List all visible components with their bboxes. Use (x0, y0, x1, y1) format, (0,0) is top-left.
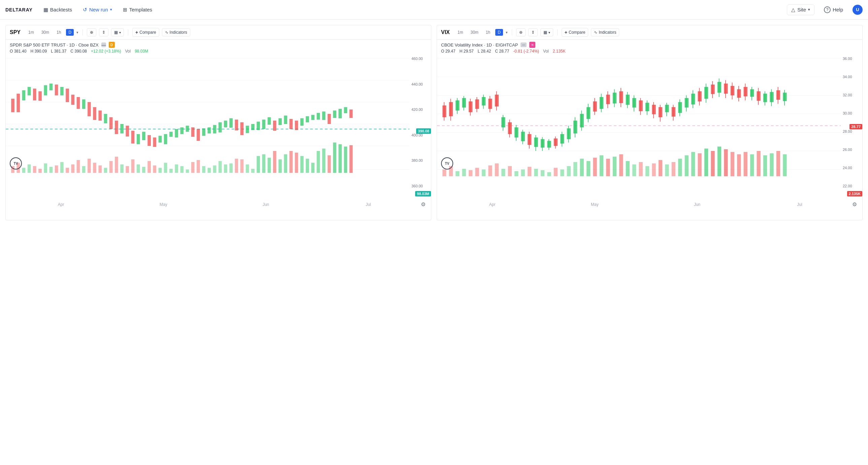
svg-rect-80 (66, 168, 69, 173)
vix-compare-btn[interactable]: + Compare (562, 28, 589, 37)
spy-price-440: 440.00 (411, 82, 429, 86)
spy-current-vol-tag: 98.03M (415, 191, 431, 197)
svg-rect-82 (77, 160, 80, 173)
svg-rect-84 (88, 159, 91, 173)
spy-close: C 390.08 (70, 49, 87, 54)
svg-rect-289 (717, 147, 721, 176)
svg-rect-280 (658, 160, 662, 176)
svg-rect-13 (44, 85, 47, 95)
vix-indicators-btn[interactable]: ∿ Indicators (591, 28, 619, 36)
vix-settings-btn[interactable]: ⚙ (851, 201, 858, 208)
svg-rect-123 (300, 156, 304, 173)
vix-chart-area: 36.00 34.00 32.00 30.00 28.00 26.00 24.0… (437, 55, 862, 190)
svg-rect-37 (175, 129, 178, 138)
vix-time-chevron[interactable]: ▾ (506, 30, 508, 35)
spy-ohlcv: O 381.40 H 390.09 L 381.37 C 390.08 +12.… (10, 49, 427, 54)
spy-charttype-btn[interactable]: ▦ ▾ (111, 28, 124, 36)
vix-badge: ≈ (529, 42, 535, 48)
svg-rect-132 (349, 145, 353, 173)
vix-ohlcv: O 29.47 H 29.57 L 28.42 C 28.77 -0.81 (-… (441, 49, 858, 54)
svg-rect-117 (268, 158, 271, 173)
templates-icon: ⊞ (123, 7, 127, 13)
vix-symbol: VIX (441, 29, 450, 35)
svg-rect-46 (224, 121, 227, 127)
app-header: DELTARAY ▦ Backtests ↺ New run ▾ ⊞ Templ… (0, 0, 868, 20)
svg-rect-45 (218, 122, 222, 133)
spy-crosshair-btn[interactable]: ⊕ (87, 28, 96, 36)
svg-rect-263 (547, 172, 551, 176)
backtests-nav[interactable]: ▦ Backtests (39, 5, 76, 15)
svg-rect-157 (495, 95, 499, 107)
vix-vol-value: 2.135K (553, 49, 566, 54)
svg-rect-131 (344, 147, 347, 173)
spy-indicators-btn[interactable]: ∿ Indicators (162, 28, 190, 36)
svg-rect-288 (711, 151, 714, 176)
vix-time-30m[interactable]: 30m (468, 29, 480, 36)
user-avatar[interactable]: U (852, 5, 863, 15)
main-content: SPY 1m 30m 1h D ▾ ⊕ ⇕ ▦ ▾ + Compare ∿ (0, 20, 868, 226)
svg-rect-255 (495, 164, 499, 176)
logo: DELTARAY (5, 7, 33, 12)
svg-rect-187 (593, 101, 597, 112)
svg-rect-94 (142, 167, 146, 173)
svg-rect-38 (180, 127, 184, 134)
spy-compare-btn[interactable]: + Compare (132, 28, 159, 37)
spy-price-460: 460.00 (411, 57, 429, 61)
svg-rect-271 (600, 155, 603, 176)
svg-rect-100 (175, 165, 178, 173)
svg-rect-116 (262, 154, 266, 173)
spy-time-chevron[interactable]: ▾ (76, 30, 79, 35)
vix-price-24: 24.00 (843, 166, 860, 170)
spy-time-30m[interactable]: 30m (39, 29, 52, 36)
svg-rect-17 (66, 89, 69, 102)
svg-rect-130 (338, 144, 342, 173)
vix-scale-btn[interactable]: ⇕ (528, 28, 538, 36)
svg-rect-49 (240, 122, 244, 135)
svg-rect-72 (22, 168, 26, 173)
vix-time-1m[interactable]: 1m (455, 29, 466, 36)
spy-time-1h[interactable]: 1h (54, 29, 63, 36)
svg-rect-67 (338, 109, 342, 118)
vix-chart-container: VIX 1m 30m 1h D ▾ ⊕ ⇕ ▦ ▾ + Compare ∿ (437, 25, 863, 221)
svg-rect-12 (38, 91, 42, 101)
vix-chart-svg (437, 55, 841, 190)
vix-current-price-tag: 28.77 (849, 124, 862, 129)
vix-time-d[interactable]: D (495, 29, 503, 36)
spy-scale-btn[interactable]: ⇕ (99, 28, 108, 36)
svg-rect-23 (98, 111, 102, 121)
spy-time-1m[interactable]: 1m (26, 29, 36, 36)
svg-rect-250 (462, 169, 466, 176)
svg-rect-153 (482, 97, 486, 106)
vix-chart-type-icon: ▦ (544, 30, 547, 35)
vix-charttype-btn[interactable]: ▦ ▾ (540, 28, 553, 36)
spy-settings-btn[interactable]: ⚙ (420, 201, 427, 208)
templates-nav[interactable]: ⊞ Templates (119, 5, 156, 15)
spy-tv-watermark: TV (10, 157, 22, 170)
vix-close: C 28.77 (495, 49, 509, 54)
vix-price-28: 28.00 (843, 129, 860, 134)
svg-rect-103 (191, 162, 195, 173)
svg-rect-143 (449, 102, 453, 116)
site-button[interactable]: △ Site ▾ (787, 4, 814, 15)
chart-type-chevron: ▾ (119, 31, 121, 34)
svg-rect-128 (328, 155, 331, 173)
svg-rect-47 (229, 118, 232, 128)
svg-rect-149 (469, 101, 472, 112)
spy-time-d[interactable]: D (66, 29, 74, 36)
vix-open: O 29.47 (441, 49, 456, 54)
help-button[interactable]: ? Help (820, 4, 847, 15)
chevron-down-icon: ▾ (110, 7, 112, 12)
vix-vol-area: 2.135K (437, 190, 862, 200)
svg-rect-19 (77, 97, 80, 109)
vix-toolbar-separator-2 (557, 29, 558, 35)
svg-rect-97 (159, 168, 162, 173)
compare-plus-icon: + (135, 30, 138, 35)
help-icon: ? (824, 6, 831, 13)
vix-time-1h[interactable]: 1h (484, 29, 493, 36)
svg-rect-78 (55, 166, 58, 173)
new-run-nav[interactable]: ↺ New run ▾ (79, 5, 116, 15)
svg-rect-247 (442, 170, 446, 176)
svg-rect-75 (38, 169, 42, 173)
spy-chart-svg (6, 55, 409, 190)
vix-crosshair-btn[interactable]: ⊕ (516, 28, 526, 36)
